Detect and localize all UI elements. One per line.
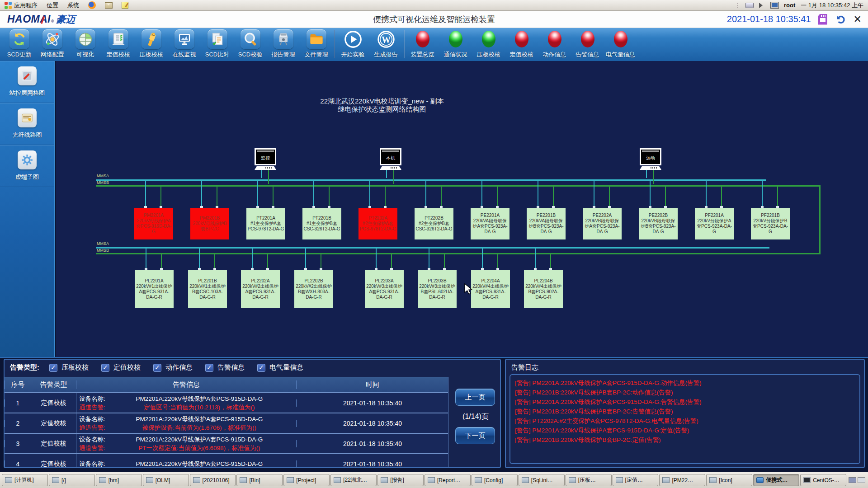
- workspace-active[interactable]: [849, 477, 856, 483]
- taskbar-item-sqlini[interactable]: [Sql.ini…: [519, 474, 565, 486]
- device-box-pl2204b[interactable]: PL2204B220kV#4出线保护B套PCS-902A-DA-G-R: [524, 270, 563, 308]
- toolbar-button-start-experiment[interactable]: 开始实验: [336, 29, 369, 59]
- applications-menu-label: 应用程序: [14, 1, 38, 9]
- toolbar-button-setting-check[interactable]: 定值校核: [102, 29, 135, 59]
- taskbar-item-computer[interactable]: [计算机]: [2, 474, 48, 486]
- filter-electrical-info[interactable]: 电气量信息: [257, 363, 303, 372]
- taskbar-item-setting[interactable]: [定值…: [613, 474, 659, 486]
- toolbar-button-file-manage[interactable]: 文件管理: [300, 29, 333, 59]
- device-box-pl2202a[interactable]: PL2202A220kV#2出线保护A套PCS-931A-DA-G-R: [241, 270, 280, 308]
- toolbar-button-visualization[interactable]: 可视化: [69, 29, 102, 59]
- alarm-table-row[interactable]: 1 定值校核 设备名称:PM2201A:220kV母线保护A套PCS-915D-…: [5, 392, 448, 413]
- next-page-button[interactable]: 下一页: [455, 427, 495, 444]
- firefox-launcher[interactable]: [84, 0, 100, 10]
- taskbar-item-centos[interactable]: CentOS-…: [800, 474, 846, 486]
- device-box-pm2201b[interactable]: PM2201B220kV母线保护B套BP-2C: [190, 208, 229, 239]
- toolbar-button-scd-compare[interactable]: SCD比对: [201, 29, 234, 59]
- toolbar-button-report-manage[interactable]: 报告管理: [267, 29, 300, 59]
- applications-menu[interactable]: 应用程序: [0, 0, 42, 10]
- checkbox-checked-icon[interactable]: [101, 364, 109, 372]
- status-pressplate-check[interactable]: 压板校核: [472, 29, 505, 59]
- status-setting-check[interactable]: 定值校核: [505, 29, 538, 59]
- taskbar-item-olm[interactable]: [OLM]: [143, 474, 189, 486]
- status-alarm-info[interactable]: 告警信息: [571, 29, 604, 59]
- checkbox-checked-icon[interactable]: [153, 364, 161, 372]
- taskbar-item-root[interactable]: [/]: [49, 474, 95, 486]
- taskbar-item-22hubei[interactable]: [22湖北…: [330, 474, 377, 486]
- filter-alarm-info[interactable]: 告警信息: [205, 363, 245, 372]
- device-box-pl2203a[interactable]: PL2203A220kV#3出线保护A套PCS-931A-DA-G-R: [365, 270, 404, 308]
- keyboard-layout-icon[interactable]: [745, 3, 754, 8]
- device-box-pt2202a[interactable]: PT2202A#2主变保护A套PCS-978T2-DA-G: [359, 208, 397, 239]
- device-box-pl2201b[interactable]: PL2201B220kV#1出线保护B套CSC-103A-DA-G-R: [188, 270, 227, 308]
- toolbar-button-network-config[interactable]: 网络配置: [36, 29, 69, 59]
- row-time: 2021-01-18 10:35:40: [296, 440, 448, 447]
- device-box-pe2201b[interactable]: PE2201B220kVA段母联保护B套PCS-923A-DA-G: [527, 208, 566, 239]
- toolbar-button-generate-report[interactable]: W 生成报告: [369, 29, 402, 59]
- device-box-pl2203b[interactable]: PL2203B220kV#3出线保护B套PSL-602UA-DA-G-R: [418, 270, 457, 308]
- page-indicator: (1/14)页: [455, 412, 496, 422]
- taskbar-item-project[interactable]: [Project]: [283, 474, 330, 486]
- taskbar-item-hm[interactable]: [hm]: [96, 474, 142, 486]
- checkbox-checked-icon[interactable]: [257, 364, 265, 372]
- toolbar-button-online-monitor[interactable]: 在线监视: [168, 29, 201, 59]
- filter-action-info[interactable]: 动作信息: [153, 363, 193, 372]
- bus-b-link-line: [329, 187, 330, 208]
- filter-pressplate-check[interactable]: 压板校核: [49, 363, 89, 372]
- workspace-idle[interactable]: [858, 477, 865, 483]
- desktop-clock[interactable]: 一 1月 18 10:35:42 上午: [801, 1, 863, 9]
- taskbar-item-pressplate[interactable]: [压板…: [566, 474, 612, 486]
- taskbar-item-portable-app[interactable]: 便携式…: [753, 474, 799, 486]
- device-box-pt2201a[interactable]: PT2201A#1主变保护A套PCS-978T2-DA-G: [246, 208, 285, 239]
- filter-setting-check[interactable]: 定值校核: [101, 363, 141, 372]
- toolbar-button-scd-update[interactable]: SCD更新: [3, 29, 36, 59]
- device-box-pe2202a[interactable]: PE2202A220kVB段母联保护A套PCS-923A-DA-G: [583, 208, 622, 239]
- checkbox-checked-icon[interactable]: [49, 364, 57, 372]
- taskbar-item-20210106[interactable]: [20210106]: [190, 474, 236, 486]
- sidebar-item-fiber-line[interactable]: 光纤线路图: [0, 103, 54, 145]
- status-communication[interactable]: 通信状况: [439, 29, 472, 59]
- workspace-switcher[interactable]: [847, 474, 866, 486]
- undo-icon[interactable]: [835, 14, 846, 25]
- alarm-table-row[interactable]: 4 定值校核 设备名称:PM2201A:220kV母线保护A套PCS-915D-…: [5, 453, 448, 468]
- display-icon[interactable]: [771, 2, 778, 8]
- device-box-pl2202b[interactable]: PL2202B220kV#2出线保护B套WXH-803A-DA-G-R: [294, 270, 333, 308]
- status-device-overview[interactable]: 装置总览: [406, 29, 439, 59]
- close-icon[interactable]: ✕: [854, 15, 862, 24]
- sidebar-item-virtual-terminal[interactable]: 虚端子图: [0, 145, 54, 187]
- mail-launcher[interactable]: [100, 0, 117, 10]
- device-box-pf2201a[interactable]: PF2201A220kV分段保护A套PCS-923A-DA-G: [695, 208, 734, 239]
- taskbar-item-icon-folder[interactable]: [Icon]: [706, 474, 752, 486]
- device-id: PL2201A: [136, 278, 173, 284]
- device-box-pe2202b[interactable]: PE2202B220kVB段母联保护B套PCS-923A-DA-G: [639, 208, 678, 239]
- taskbar-item-bin[interactable]: [Bin]: [236, 474, 283, 486]
- status-electrical-info[interactable]: 电气量信息: [604, 29, 637, 59]
- alarm-table-row[interactable]: 3 定值校核 设备名称:PM2201A:220kV母线保护A套PCS-915D-…: [5, 433, 448, 453]
- device-box-pf2201b[interactable]: PF2201B220kV分段保护B套PCS-923A-DA-G: [751, 208, 790, 239]
- alarm-table-row[interactable]: 2 定值校核 设备名称:PM2201A:220kV母线保护A套PCS-915D-…: [5, 413, 448, 433]
- toolbar-button-scd-verify[interactable]: SCD校验: [234, 29, 267, 59]
- places-menu[interactable]: 位置: [42, 0, 63, 10]
- row-type: 定值校核: [31, 440, 76, 448]
- taskbar-item-config[interactable]: [Config]: [472, 474, 518, 486]
- device-box-pt2202b[interactable]: PT2202B#2主变保护B套CSC-326T2-DA-G: [415, 208, 453, 239]
- sidebar-item-station-grid[interactable]: 站控层网格图: [0, 61, 54, 103]
- system-menu[interactable]: 系统: [63, 0, 84, 10]
- sd-card-icon[interactable]: [818, 14, 827, 25]
- prev-page-button[interactable]: 上一页: [455, 389, 495, 406]
- alarm-log-list[interactable]: [警告] PM2201A:220kV母线保护A套PCS-915D-DA-G:动作…: [509, 374, 860, 464]
- status-action-info[interactable]: 动作信息: [538, 29, 571, 59]
- device-box-pe2201a[interactable]: PE2201A220kVA段母联保护A套PCS-923A-DA-G: [471, 208, 509, 239]
- bus-b-link-line: [217, 187, 217, 208]
- device-box-pl2201a[interactable]: PL2201A220kV#1出线保护A套PCS-931A-DA-G-R: [135, 270, 174, 308]
- device-box-pl2204a[interactable]: PL2204A220kV#4出线保护A套PCS-931A-DA-G-R: [471, 270, 510, 308]
- checkbox-checked-icon[interactable]: [205, 364, 213, 372]
- taskbar-item-pm22[interactable]: [PM22…: [659, 474, 705, 486]
- speaker-icon[interactable]: [759, 3, 765, 8]
- device-box-pt2201b[interactable]: PT2201B#1主变保护B套CSC-326T2-DA-G: [302, 208, 341, 239]
- toolbar-button-pressplate-check[interactable]: 压板校核: [135, 29, 168, 59]
- taskbar-item-report-cn[interactable]: [报告]: [377, 474, 424, 486]
- device-box-pm2201a[interactable]: PM2201A220kV母线保护A套PCS-915D-DA-G: [134, 208, 173, 239]
- notes-launcher[interactable]: [117, 0, 133, 10]
- taskbar-item-report-en[interactable]: [Report…: [425, 474, 471, 486]
